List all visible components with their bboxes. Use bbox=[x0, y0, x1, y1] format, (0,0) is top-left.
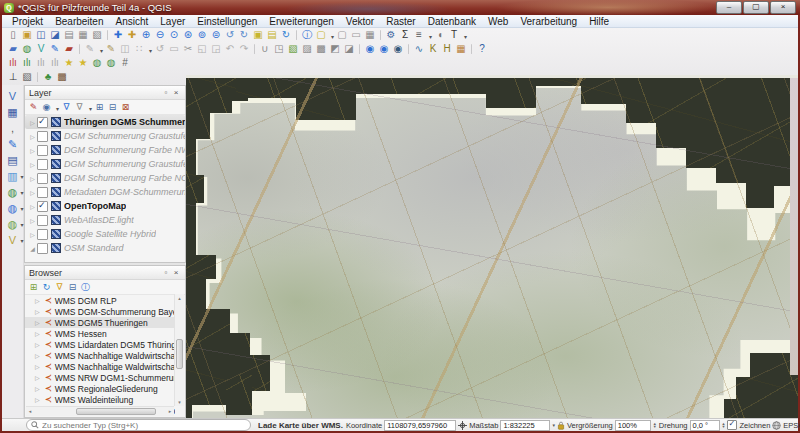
data-grid-icon[interactable]: ▦ bbox=[454, 43, 468, 55]
layer-name[interactable]: DGM Schummerung Farbe NO bbox=[64, 173, 185, 183]
scroll-down-icon[interactable]: ▾ bbox=[175, 398, 184, 406]
rotation-value[interactable]: 0,0 ° bbox=[690, 420, 720, 431]
expand-icon[interactable]: ◢ bbox=[28, 245, 37, 252]
layer-name[interactable]: DGM Schummerung Graustufen NO bbox=[64, 159, 185, 169]
map-tips-icon[interactable]: ◖ bbox=[433, 29, 447, 41]
expand-icon[interactable]: ▷ bbox=[28, 133, 37, 140]
expand-icon[interactable] bbox=[35, 297, 43, 304]
zoom-in-icon[interactable]: ⊕ bbox=[139, 29, 153, 41]
filter-legend-icon[interactable]: ∇ bbox=[60, 102, 73, 113]
layer-checkbox[interactable] bbox=[37, 145, 48, 156]
zoom-native-icon[interactable]: ⊙ bbox=[167, 29, 181, 41]
layer-checkbox[interactable] bbox=[37, 215, 48, 226]
browser-tree-item[interactable]: WMS Lidardaten DGM5 Thüringen bbox=[25, 339, 175, 350]
add-delimited-text-icon[interactable]: , bbox=[6, 122, 20, 134]
collapse-all-icon[interactable]: ⊟ bbox=[106, 102, 119, 113]
expand-icon[interactable] bbox=[35, 319, 43, 326]
toggle-editing-icon[interactable]: ✎ bbox=[104, 43, 118, 55]
new-star-layer-icon-2[interactable]: ★ bbox=[76, 57, 90, 69]
layer-tree-item[interactable]: ▷ OpenTopoMap bbox=[25, 199, 185, 213]
expand-icon[interactable] bbox=[35, 352, 43, 359]
html-icon[interactable]: H bbox=[440, 43, 454, 55]
layer-checkbox[interactable] bbox=[37, 201, 48, 212]
layer-name[interactable]: OSM Standard bbox=[64, 243, 124, 253]
refresh-map-icon[interactable]: ↻ bbox=[279, 29, 293, 41]
expand-icon[interactable] bbox=[35, 396, 43, 403]
save-project-as-icon[interactable]: ◪ bbox=[48, 29, 62, 41]
zoom-out-icon[interactable]: ⊖ bbox=[153, 29, 167, 41]
new-bookmark-icon[interactable]: ▣ bbox=[251, 29, 265, 41]
close-button[interactable]: × bbox=[770, 1, 796, 14]
expand-icon[interactable]: ▷ bbox=[28, 217, 37, 224]
add-selected-layer-icon[interactable]: ⊞ bbox=[27, 282, 40, 293]
save-edits-icon[interactable]: ◫ bbox=[118, 43, 132, 55]
menu-bearbeiten[interactable]: Bearbeiten bbox=[49, 16, 109, 27]
render-checkbox[interactable] bbox=[727, 420, 737, 430]
measure-icon[interactable]: ≡ bbox=[412, 29, 426, 41]
add-postgis-layer-icon[interactable]: ▤ bbox=[6, 154, 20, 166]
expand-icon[interactable]: ▷ bbox=[28, 203, 37, 210]
scrollbar-thumb[interactable] bbox=[76, 408, 156, 415]
layer-name[interactable]: WebAtlasDE.light bbox=[64, 215, 134, 225]
grass-tools-icon[interactable]: ♣ bbox=[41, 71, 55, 83]
new-project-icon[interactable]: ▯ bbox=[6, 29, 20, 41]
layer-tree-item[interactable]: ▷ DGM Schummerung Graustufen NO bbox=[25, 157, 185, 171]
zoom-full-icon[interactable]: ⊛ bbox=[181, 29, 195, 41]
chevron-down-icon[interactable]: ▾ bbox=[552, 422, 555, 428]
label-toolbar-icon-3[interactable]: ▨ bbox=[300, 43, 314, 55]
add-wcs-layer-icon[interactable]: ◍ bbox=[6, 186, 20, 198]
close-panel-icon[interactable]: × bbox=[171, 87, 181, 98]
zoom-to-layer-icon[interactable]: ⊜ bbox=[209, 29, 223, 41]
menu-verarbeitung[interactable]: Verarbeitung bbox=[514, 16, 583, 27]
plugin-icon-1[interactable]: ▰ bbox=[6, 43, 20, 55]
add-wms-layer-icon[interactable]: ▥ bbox=[6, 170, 20, 182]
add-spatialite-layer-icon[interactable]: ✎ bbox=[6, 138, 20, 150]
pan-map-icon[interactable]: ✚ bbox=[111, 29, 125, 41]
menu-erweiterungen[interactable]: Erweiterungen bbox=[263, 16, 339, 27]
scroll-left-icon[interactable]: ◂ bbox=[26, 407, 34, 416]
identify-features-icon[interactable]: ⓘ bbox=[300, 29, 314, 41]
crs-label[interactable]: EPSG:3857 bbox=[783, 421, 800, 430]
expand-all-icon[interactable]: ⊞ bbox=[93, 102, 106, 113]
menu-raster[interactable]: Raster bbox=[380, 16, 421, 27]
layer-checkbox[interactable] bbox=[37, 131, 48, 142]
deselect-features-icon[interactable]: ▢ bbox=[335, 29, 349, 41]
expand-icon[interactable] bbox=[35, 363, 43, 370]
label-toolbar-icon-2[interactable]: ▧ bbox=[286, 43, 300, 55]
menu-ansicht[interactable]: Ansicht bbox=[110, 16, 155, 27]
layer-tree-item[interactable]: ▷ DGM Schummerung Farbe NO bbox=[25, 171, 185, 185]
expand-icon[interactable]: ▷ bbox=[28, 147, 37, 154]
histogram-icon-2[interactable]: ılı bbox=[20, 57, 34, 69]
layer-tree-item[interactable]: ▷ WebAtlasDE.light bbox=[25, 213, 185, 227]
add-virtual-layer-icon[interactable]: V bbox=[6, 234, 20, 246]
expand-icon[interactable]: ▷ bbox=[28, 161, 37, 168]
menu-datenbank[interactable]: Datenbank bbox=[422, 16, 482, 27]
properties-icon[interactable]: ⓘ bbox=[79, 282, 92, 293]
layer-name[interactable]: DGM Schummerung Farbe NW bbox=[64, 145, 185, 155]
undo-icon[interactable]: ↶ bbox=[223, 43, 237, 55]
search-input[interactable] bbox=[42, 421, 246, 430]
scrollbar-thumb[interactable] bbox=[176, 339, 183, 369]
expand-icon[interactable]: ▷ bbox=[28, 189, 37, 196]
show-bookmarks-icon[interactable]: ▤ bbox=[265, 29, 279, 41]
spinner-icon[interactable]: ▲▼ bbox=[653, 422, 657, 429]
remove-layer-icon[interactable]: ⊠ bbox=[119, 102, 132, 113]
globe-add-icon-1[interactable]: ◍ bbox=[90, 57, 104, 69]
zoom-to-selection-icon[interactable]: ⊚ bbox=[195, 29, 209, 41]
statistics-icon[interactable]: Σ bbox=[398, 29, 412, 41]
zoom-next-icon[interactable]: ↻ bbox=[237, 29, 251, 41]
spinner-icon[interactable]: ▲▼ bbox=[722, 422, 726, 429]
refresh-browser-icon[interactable]: ↻ bbox=[40, 282, 53, 293]
menu-hilfe[interactable]: Hilfe bbox=[583, 16, 615, 27]
expand-icon[interactable] bbox=[35, 330, 43, 337]
vertical-scrollbar[interactable]: ▴ ▾ bbox=[174, 294, 184, 406]
close-panel-icon[interactable]: × bbox=[171, 267, 181, 278]
map-themes-icon[interactable]: ◉ bbox=[40, 102, 53, 113]
layer-tree-item[interactable]: ▷ Metadaten DGM-Schummerung bbox=[25, 185, 185, 199]
magnifier-value[interactable]: 100% bbox=[615, 420, 651, 431]
menu-web[interactable]: Web bbox=[482, 16, 514, 27]
minimize-button[interactable]: – bbox=[716, 1, 742, 14]
label-toolbar-icon-5[interactable]: ◩ bbox=[328, 43, 342, 55]
save-project-icon[interactable]: ◫ bbox=[34, 29, 48, 41]
browser-tree-item[interactable]: WMS DGM-Schummerung Bayern bbox=[25, 306, 175, 317]
